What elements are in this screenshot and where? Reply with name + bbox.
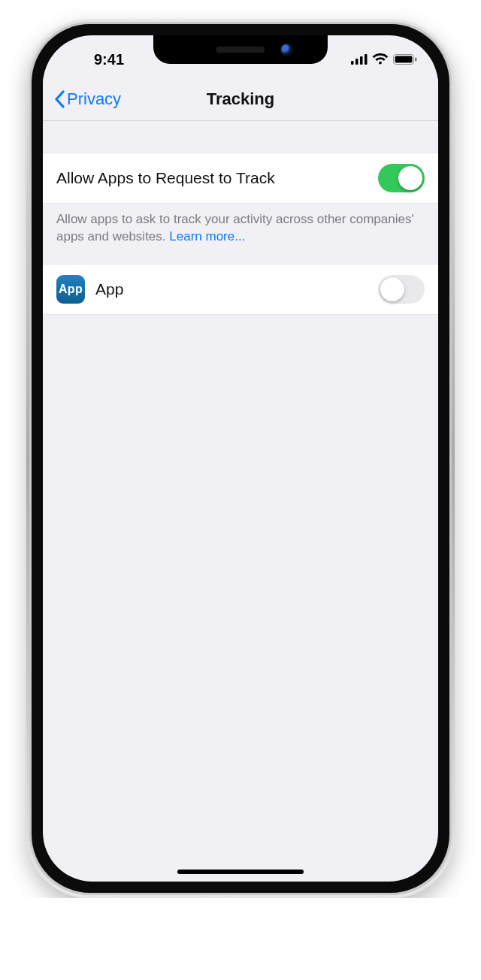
cellular-signal-icon (351, 54, 368, 65)
status-indicators (327, 53, 417, 65)
allow-apps-request-toggle[interactable] (378, 164, 425, 192)
mute-switch (26, 176, 29, 210)
svg-rect-1 (355, 59, 358, 65)
battery-icon (393, 54, 417, 65)
allow-apps-request-label: Allow Apps to Request to Track (56, 169, 275, 187)
svg-rect-2 (360, 56, 363, 65)
status-time: 9:41 (64, 51, 154, 68)
svg-rect-3 (365, 54, 368, 65)
app-icon: App (56, 275, 85, 304)
allow-apps-request-footer: Allow apps to ask to track your activity… (43, 204, 438, 264)
earpiece-speaker (216, 47, 265, 53)
allow-apps-request-row: Allow Apps to Request to Track (43, 153, 438, 204)
home-indicator[interactable] (177, 870, 304, 874)
back-label: Privacy (67, 89, 121, 109)
app-name-label: App (95, 280, 123, 298)
front-camera (281, 44, 292, 55)
device-frame: 9:41 (26, 19, 455, 898)
svg-rect-0 (351, 61, 354, 65)
svg-rect-6 (415, 58, 417, 62)
svg-rect-5 (395, 56, 413, 63)
app-tracking-row: App App (43, 264, 438, 315)
chevron-left-icon (53, 90, 65, 108)
volume-up-button (25, 236, 29, 302)
screen: 9:41 (43, 35, 438, 882)
navigation-bar: Privacy Tracking (43, 77, 438, 121)
notch (153, 35, 328, 64)
wifi-icon (372, 53, 389, 65)
learn-more-link[interactable]: Learn more... (169, 229, 245, 243)
back-button[interactable]: Privacy (49, 77, 126, 120)
page-title: Tracking (207, 89, 274, 109)
volume-down-button (25, 320, 29, 386)
app-tracking-toggle[interactable] (378, 275, 425, 304)
content: Allow Apps to Request to Track Allow app… (43, 121, 438, 882)
side-power-button (452, 262, 456, 361)
